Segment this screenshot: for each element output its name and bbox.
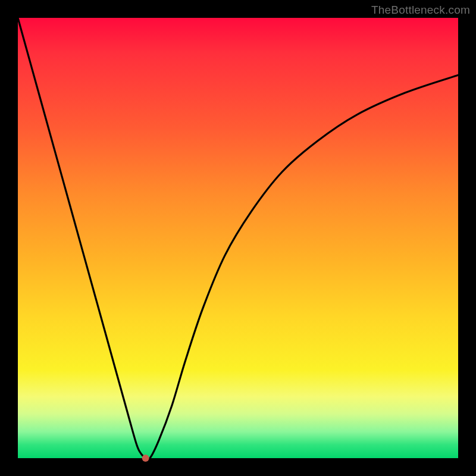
curve-svg	[18, 18, 458, 458]
plot-area	[18, 18, 458, 458]
minimum-marker	[142, 455, 149, 462]
watermark-text: TheBottleneck.com	[371, 4, 470, 17]
bottleneck-curve	[18, 18, 458, 459]
chart-container: TheBottleneck.com	[0, 0, 476, 476]
